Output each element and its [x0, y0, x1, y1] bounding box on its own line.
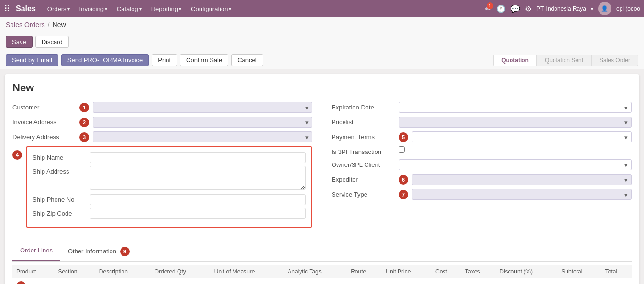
save-button[interactable]: Save [6, 36, 33, 48]
ship-address-row: Ship Address [33, 166, 306, 191]
user-name[interactable]: epi (odoo [616, 5, 640, 12]
notification-badge: 1 [487, 2, 493, 9]
customer-field: 1 [79, 102, 312, 113]
ship-zip-input[interactable] [90, 208, 306, 219]
settings-icon[interactable]: ⚙ [525, 4, 532, 13]
configuration-dropdown-icon: ▾ [229, 6, 231, 11]
nav-catalog[interactable]: Catalog ▾ [115, 5, 144, 12]
service-type-select[interactable] [412, 189, 632, 200]
service-type-badge: 7 [399, 190, 408, 199]
clock-icon[interactable]: 🕐 [496, 4, 506, 13]
customer-row: Customer 1 [12, 102, 312, 113]
table-header-row: Product Section Description Ordered Qty … [12, 265, 632, 278]
service-type-field: 7 [399, 189, 632, 200]
ship-address-field [90, 166, 306, 191]
breadcrumb-separator: / [48, 21, 50, 29]
nav-invoicing[interactable]: Invoicing ▾ [78, 5, 109, 12]
payment-terms-field: 5 [399, 131, 632, 142]
status-sales-order[interactable]: Sales Order [591, 55, 638, 66]
send-proforma-button[interactable]: Send PRO-FORMA Invoice [61, 54, 149, 66]
expeditor-label: Expeditor [332, 174, 399, 183]
form-title: New [12, 82, 632, 94]
status-quotation[interactable]: Quotation [493, 55, 537, 66]
invoice-address-select[interactable] [93, 117, 312, 128]
company-dropdown-icon[interactable]: ▾ [591, 6, 593, 11]
expiration-date-select[interactable] [399, 102, 632, 113]
payment-terms-select[interactable] [412, 131, 632, 142]
expiration-date-field [399, 102, 632, 113]
pricelist-label: Pricelist [332, 117, 399, 126]
workflow-status: Quotation Quotation Sent Sales Order [493, 55, 638, 66]
col-taxes: Taxes [461, 265, 496, 278]
app-name: Sales [16, 4, 36, 13]
ship-name-row: Ship Name [33, 152, 306, 163]
other-info-badge: 9 [120, 247, 130, 256]
breadcrumb-parent[interactable]: Sales Orders [6, 21, 45, 29]
invoicing-dropdown-icon: ▾ [105, 6, 107, 11]
pricelist-field [399, 117, 632, 128]
ship-section-badge: 4 [12, 150, 22, 160]
is-3pi-row: Is 3PI Transaction [332, 146, 632, 155]
add-item-badge: 8 [16, 281, 26, 284]
avatar[interactable]: 👤 [598, 2, 611, 15]
expeditor-select[interactable] [412, 174, 632, 185]
col-section: Section [54, 265, 95, 278]
nav-orders[interactable]: Orders ▾ [45, 5, 72, 12]
status-quotation-sent[interactable]: Quotation Sent [537, 55, 591, 66]
col-ordered-qty: Ordered Qty [151, 265, 211, 278]
payment-terms-badge: 5 [399, 132, 408, 142]
tabs-bar: Order Lines Other Information 9 [12, 243, 632, 262]
is-3pi-checkbox[interactable] [399, 146, 405, 153]
ship-address-textarea[interactable] [90, 166, 306, 190]
col-product: Product [12, 265, 54, 278]
form-right: Expiration Date Pricelist [332, 102, 632, 235]
pricelist-select[interactable] [399, 117, 632, 128]
ship-name-input[interactable] [90, 152, 306, 163]
cancel-button[interactable]: Cancel [231, 54, 263, 66]
pricelist-row: Pricelist [332, 117, 632, 128]
ship-address-label: Ship Address [33, 166, 90, 175]
expeditor-field: 6 [399, 174, 632, 185]
ship-name-label: Ship Name [33, 152, 90, 161]
col-subtotal: Subtotal [557, 265, 601, 278]
breadcrumb-bar: Sales Orders / New [0, 17, 644, 33]
chat-icon[interactable]: 💬 [511, 4, 520, 13]
print-button[interactable]: Print [152, 54, 177, 66]
owner-row: Owner/3PL Client [332, 159, 632, 170]
customer-label: Customer [12, 102, 79, 111]
owner-select[interactable] [399, 159, 632, 170]
tab-other-info[interactable]: Other Information 9 [60, 243, 139, 261]
invoice-address-row: Invoice Address 2 [12, 117, 312, 128]
discard-button[interactable]: Discard [35, 36, 69, 48]
col-description: Description [95, 265, 151, 278]
top-nav-right: ✏ 1 🕐 💬 ⚙ PT. Indonesia Raya ▾ 👤 epi (od… [485, 2, 640, 15]
add-item-link[interactable]: 8 Add an item [16, 281, 628, 284]
delivery-address-field: 3 [79, 131, 312, 142]
delivery-address-select[interactable] [93, 131, 312, 142]
ship-phone-row: Ship Phone No [33, 194, 306, 205]
confirm-sale-button[interactable]: Confirm Sale [180, 54, 228, 66]
form-left: Customer 1 Invoice Address 2 [12, 102, 312, 235]
col-discount: Discount (%) [496, 265, 557, 278]
ship-phone-field [90, 194, 306, 205]
customer-select[interactable] [93, 102, 312, 113]
delivery-address-badge: 3 [79, 132, 89, 142]
expiration-date-label: Expiration Date [332, 102, 399, 111]
col-analytic-tags: Analytic Tags [284, 265, 347, 278]
orders-dropdown-icon: ▾ [67, 6, 70, 11]
company-name[interactable]: PT. Indonesia Raya [536, 5, 586, 12]
grid-icon[interactable]: ⠿ [4, 3, 10, 14]
invoice-address-field: 2 [79, 117, 312, 128]
ship-zip-field [90, 208, 306, 219]
send-email-button[interactable]: Send by Email [6, 54, 58, 66]
edit-icon[interactable]: ✏ 1 [485, 4, 491, 13]
ship-zip-row: Ship Zip Code [33, 208, 306, 219]
payment-terms-row: Payment Terms 5 [332, 131, 632, 142]
action-bar: Send by Email Send PRO-FORMA Invoice Pri… [0, 51, 644, 69]
ship-phone-input[interactable] [90, 194, 306, 205]
tab-order-lines[interactable]: Order Lines [12, 243, 60, 261]
nav-configuration[interactable]: Configuration ▾ [189, 5, 233, 12]
nav-reporting[interactable]: Reporting ▾ [149, 5, 183, 12]
payment-terms-label: Payment Terms [332, 131, 399, 141]
col-unit-measure: Unit of Measure [211, 265, 284, 278]
